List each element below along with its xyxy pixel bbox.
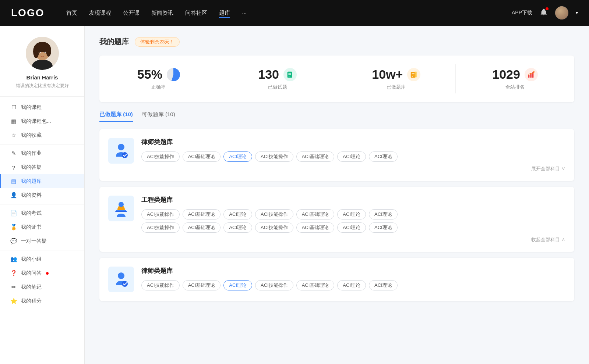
nav-more[interactable]: ··· (242, 10, 247, 17)
tag-lawyer2-4[interactable]: ACI技能操作 (255, 280, 293, 290)
tab-available-banks[interactable]: 可做题库 (10) (142, 111, 175, 122)
nav-questionbank[interactable]: 题库 (219, 10, 230, 17)
sidebar-item-coursepack[interactable]: ▦ 我的课程包... (0, 114, 84, 128)
svg-point-6 (46, 45, 51, 57)
tag-eng-r1-4[interactable]: ACI技能操作 (255, 209, 293, 220)
tag-lawyer2-2[interactable]: ACI基础理论 (183, 280, 221, 290)
sidebar-item-group[interactable]: 👥 我的小组 (0, 252, 84, 266)
navbar: LOGO 首页 发现课程 公开课 新闻资讯 问答社区 题库 ··· APP下载 … (0, 0, 589, 26)
sidebar-item-qa[interactable]: ? 我的答疑 (0, 160, 84, 174)
sidebar-item-favorites[interactable]: ☆ 我的收藏 (0, 128, 84, 142)
sidebar-menu: ☐ 我的课程 ▦ 我的课程包... ☆ 我的收藏 ✎ 我的作业 ? 我的答疑 ▤ (0, 100, 84, 308)
bank-name-engineer: 工程类题库 (141, 196, 565, 204)
tag-eng-r2-5[interactable]: ACI基础理论 (296, 222, 335, 233)
qa-notification-dot (46, 272, 49, 275)
tag-lawyer1-7[interactable]: ACI理论 (369, 151, 398, 162)
tag-lawyer1-2[interactable]: ACI基础理论 (183, 151, 221, 162)
notes-icon: ✏ (10, 284, 17, 290)
expand-lawyer-1[interactable]: 展开全部科目 ∨ (141, 165, 565, 172)
sidebar-item-myqa[interactable]: ❓ 我的问答 (0, 266, 84, 280)
pie-chart (167, 68, 180, 81)
tab-done-banks[interactable]: 已做题库 (10) (99, 111, 133, 122)
questions-done-value: 130 (258, 67, 279, 82)
sidebar-item-1on1[interactable]: 💬 一对一答疑 (0, 234, 84, 248)
tag-eng-r2-6[interactable]: ACI理论 (337, 222, 366, 233)
svg-point-9 (39, 52, 40, 53)
bank-card-engineer: 工程类题库 ACI技能操作 ACI基础理论 ACI理论 ACI技能操作 ACI基… (99, 187, 574, 252)
svg-point-30 (122, 281, 128, 287)
sidebar-item-questionbank[interactable]: ▤ 我的题库 (0, 174, 84, 188)
1on1-icon: 💬 (10, 238, 17, 245)
tag-lawyer1-5[interactable]: ACI基础理论 (296, 151, 335, 162)
sidebar-item-certificate[interactable]: 🏅 我的证书 (0, 220, 84, 234)
bank-tags-engineer-row2: ACI技能操作 ACI基础理论 ACI理论 ACI技能操作 ACI基础理论 AC… (141, 222, 565, 233)
svg-point-5 (33, 45, 39, 58)
stat-correct-rate: 55% 正确率 (99, 64, 218, 93)
tag-eng-r2-1[interactable]: ACI技能操作 (141, 222, 180, 233)
notification-dot (546, 7, 549, 10)
tag-eng-r2-2[interactable]: ACI基础理论 (183, 222, 221, 233)
tag-eng-r2-7[interactable]: ACI理论 (369, 222, 398, 233)
tag-lawyer2-7[interactable]: ACI理论 (369, 280, 398, 290)
svg-rect-20 (528, 75, 530, 77)
user-avatar[interactable] (555, 6, 568, 19)
svg-point-24 (118, 144, 124, 150)
questionbank-icon: ▤ (10, 178, 17, 185)
svg-rect-19 (415, 71, 417, 77)
svg-rect-27 (115, 211, 127, 212)
tag-lawyer1-4[interactable]: ACI技能操作 (255, 151, 293, 162)
main-content: 我的题库 体验剩余23天！ 55% 正确率 130 (85, 26, 589, 364)
sidebar-user-tagline: 错误的决定比没有决定要好 (7, 83, 77, 89)
sidebar-item-points[interactable]: ⭐ 我的积分 (0, 294, 84, 308)
tag-eng-r1-1[interactable]: ACI技能操作 (141, 209, 180, 220)
notification-bell[interactable] (540, 8, 548, 18)
tag-eng-r1-6[interactable]: ACI理论 (337, 209, 366, 220)
coursepack-icon: ▦ (10, 118, 17, 125)
page-layout: Brian Harris 错误的决定比没有决定要好 ☐ 我的课程 ▦ 我的课程包… (0, 26, 589, 364)
engineer-icon-wrap (108, 196, 134, 221)
app-download-button[interactable]: APP下载 (512, 10, 532, 16)
tag-lawyer1-6[interactable]: ACI理论 (337, 151, 366, 162)
nav-opencourse[interactable]: 公开课 (123, 10, 140, 17)
tag-eng-r2-3[interactable]: ACI理论 (223, 222, 252, 233)
nav-qa[interactable]: 问答社区 (185, 10, 207, 17)
sidebar-item-profile[interactable]: 👤 我的资料 (0, 188, 84, 202)
sidebar-avatar (26, 37, 59, 70)
sidebar-item-mycourse[interactable]: ☐ 我的课程 (0, 100, 84, 114)
nav-home[interactable]: 首页 (66, 10, 77, 17)
certificate-icon: 🏅 (10, 224, 17, 231)
site-rank-icon (525, 68, 538, 81)
sidebar-item-exam[interactable]: 📄 我的考试 (0, 206, 84, 220)
tag-eng-r1-7[interactable]: ACI理论 (369, 209, 398, 220)
favorites-icon: ☆ (10, 132, 17, 139)
svg-point-28 (119, 202, 124, 207)
navbar-right: APP下载 ▾ (512, 6, 578, 19)
tag-lawyer2-1[interactable]: ACI技能操作 (141, 280, 180, 290)
tag-lawyer1-1[interactable]: ACI技能操作 (141, 151, 180, 162)
tag-lawyer2-6[interactable]: ACI理论 (337, 280, 366, 290)
tag-lawyer2-5[interactable]: ACI基础理论 (296, 280, 335, 290)
tag-eng-r1-3[interactable]: ACI理论 (223, 209, 252, 220)
tag-lawyer1-3[interactable]: ACI理论 (223, 151, 252, 162)
nav-news[interactable]: 新闻资讯 (151, 10, 173, 17)
nav-discover[interactable]: 发现课程 (89, 10, 111, 17)
collapse-engineer[interactable]: 收起全部科目 ∧ (141, 236, 565, 243)
tag-eng-r2-4[interactable]: ACI技能操作 (255, 222, 293, 233)
site-rank-label: 全站排名 (505, 84, 525, 90)
stat-questions-done: 130 已做试题 (218, 64, 337, 93)
nav-links: 首页 发现课程 公开课 新闻资讯 问答社区 题库 ··· (66, 10, 512, 17)
avatar-image (555, 6, 568, 19)
logo[interactable]: LOGO (11, 7, 44, 19)
svg-point-23 (533, 71, 535, 72)
bank-name-lawyer-2: 律师类题库 (141, 267, 565, 275)
tag-eng-r1-2[interactable]: ACI基础理论 (183, 209, 221, 220)
bank-card-lawyer-1: 律师类题库 ACI技能操作 ACI基础理论 ACI理论 ACI技能操作 ACI基… (99, 129, 574, 181)
sidebar-item-notes[interactable]: ✏ 我的笔记 (0, 280, 84, 294)
sidebar-item-homework[interactable]: ✎ 我的作业 (0, 146, 84, 160)
tag-eng-r1-5[interactable]: ACI基础理论 (296, 209, 335, 220)
user-menu-chevron[interactable]: ▾ (576, 10, 578, 15)
correct-rate-icon (167, 68, 180, 81)
bank-tags-lawyer-2: ACI技能操作 ACI基础理论 ACI理论 ACI技能操作 ACI基础理论 AC… (141, 280, 565, 290)
questions-done-label: 已做试题 (268, 84, 287, 90)
tag-lawyer2-3[interactable]: ACI理论 (223, 280, 252, 290)
